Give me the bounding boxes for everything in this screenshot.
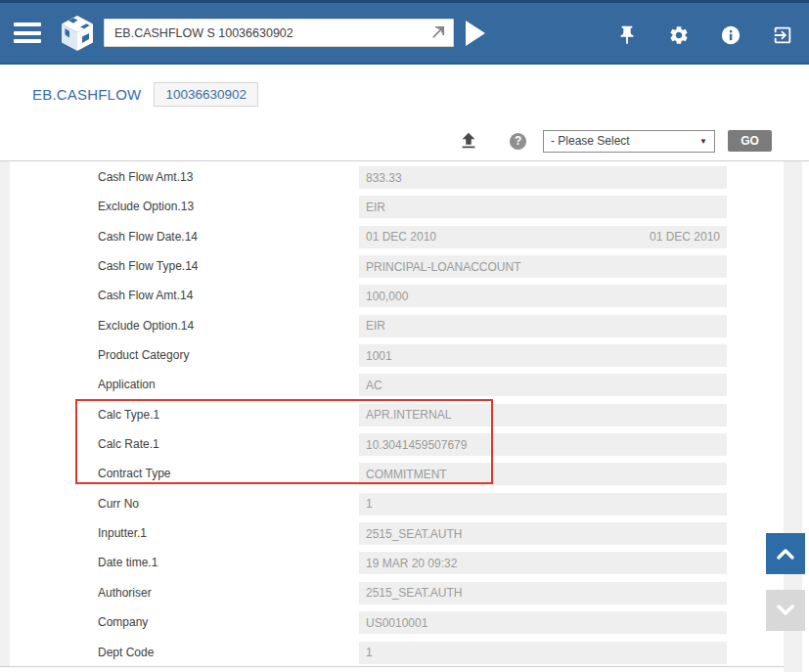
field-value-cell: AC — [359, 374, 727, 396]
field-label: Cash Flow Amt.13 — [98, 166, 193, 189]
record-id-tab[interactable]: 10036630902 — [154, 82, 258, 107]
field-value-cell: 2515_SEAT.AUTH — [359, 582, 727, 605]
field-value: 1001 — [366, 349, 392, 363]
field-value-cell: 19 MAR 20 09:32 — [359, 552, 727, 574]
field-label: Company — [98, 611, 148, 634]
field-value-cell: 10.3041459507679 — [359, 433, 727, 456]
field-row: Dept Code 1 — [0, 642, 784, 664]
breadcrumb: EB.CASHFLOW 10036630902 — [32, 82, 258, 107]
field-row: Contract Type COMMITMENT — [0, 463, 784, 485]
field-value-cell: 01 DEC 2010 01 DEC 2010 — [359, 226, 727, 248]
chevron-down-icon: ▼ — [699, 137, 707, 146]
field-value-cell: EIR — [359, 315, 727, 337]
run-command-button[interactable] — [466, 21, 485, 46]
field-value: 2515_SEAT.AUTH — [366, 586, 463, 600]
field-row: Cash Flow Type.14 PRINCIPAL-LOANACCOUNT — [0, 255, 784, 278]
field-row: Exclude Option.13 EIR — [0, 196, 784, 218]
field-value-cell: 1 — [359, 642, 727, 664]
field-label: Product Category — [98, 344, 189, 367]
action-select[interactable]: - Please Select ▼ — [543, 130, 715, 153]
field-value-cell: 1001 — [359, 344, 727, 367]
field-label: Calc Rate.1 — [98, 433, 159, 456]
field-value-cell: US0010001 — [359, 611, 727, 634]
field-row: Calc Rate.1 10.3041459507679 — [0, 433, 784, 456]
field-label: Contract Type — [98, 463, 170, 485]
field-row: Date time.1 19 MAR 20 09:32 — [0, 552, 784, 574]
field-value-cell: 2515_SEAT.AUTH — [359, 522, 727, 545]
field-label: Application — [98, 374, 156, 396]
command-input[interactable] — [104, 19, 454, 47]
logout-icon[interactable] — [772, 24, 793, 46]
field-value: EIR — [366, 319, 385, 333]
globe-cube-logo-icon — [61, 15, 94, 52]
gear-icon[interactable] — [668, 24, 690, 46]
chevron-up-icon — [777, 548, 794, 560]
svg-text:?: ? — [515, 134, 521, 148]
pushpin-icon[interactable] — [616, 24, 638, 46]
scroll-down-button[interactable] — [766, 590, 805, 631]
field-row: Exclude Option.14 EIR — [0, 315, 784, 337]
field-value: PRINCIPAL-LOANACCOUNT — [366, 260, 520, 274]
field-value: US0010001 — [366, 616, 427, 630]
action-select-value: - Please Select — [551, 134, 630, 148]
field-row: Cash Flow Amt.14 100,000 — [0, 285, 784, 307]
chevron-down-icon — [777, 605, 794, 616]
field-value: APR.INTERNAL — [366, 408, 451, 422]
field-value-cell: APR.INTERNAL — [359, 404, 727, 426]
header-action-icons — [616, 3, 793, 67]
field-value-cell: EIR — [359, 196, 727, 218]
panel-top-border — [0, 160, 809, 161]
field-value-cell: PRINCIPAL-LOANACCOUNT — [359, 255, 727, 278]
field-row: Cash Flow Date.14 01 DEC 2010 01 DEC 201… — [0, 226, 784, 248]
field-label: Cash Flow Type.14 — [98, 255, 199, 278]
field-label: Date time.1 — [98, 552, 157, 574]
field-label: Authoriser — [98, 582, 152, 605]
top-header-bar — [0, 0, 809, 65]
hamburger-menu-icon[interactable] — [14, 22, 41, 43]
field-row: Curr No 1 — [0, 493, 784, 515]
field-value: 19 MAR 20 09:32 — [366, 557, 457, 570]
field-value-cell: 833.33 — [359, 166, 727, 189]
field-label: Calc Type.1 — [98, 404, 159, 426]
field-value: AC — [366, 379, 382, 392]
field-label: Inputter.1 — [98, 522, 147, 545]
upload-icon[interactable] — [458, 130, 479, 152]
field-row: Cash Flow Amt.13 833.33 — [0, 166, 784, 189]
help-icon[interactable]: ? — [509, 132, 527, 151]
field-label: Cash Flow Amt.14 — [98, 285, 193, 307]
field-value: 833.33 — [366, 171, 402, 185]
field-value: 1 — [366, 497, 373, 511]
field-value-cell: 1 — [359, 493, 727, 515]
info-icon[interactable] — [720, 24, 742, 46]
go-button[interactable]: GO — [728, 130, 772, 152]
record-toolbar: ? - Please Select ▼ GO — [458, 128, 772, 154]
field-value: 100,000 — [366, 290, 408, 303]
field-row: Application AC — [0, 374, 784, 396]
scroll-up-button[interactable] — [766, 533, 805, 574]
field-value-cell: 100,000 — [359, 285, 727, 307]
application-name: EB.CASHFLOW — [32, 86, 141, 103]
field-label: Dept Code — [98, 642, 154, 664]
field-label: Cash Flow Date.14 — [98, 226, 198, 248]
field-label: Exclude Option.13 — [98, 196, 194, 218]
field-row: Inputter.1 2515_SEAT.AUTH — [0, 522, 784, 545]
command-search-box — [104, 19, 454, 47]
field-row: Product Category 1001 — [0, 344, 784, 367]
field-table: Cash Flow Amt.13 833.33 Exclude Option.1… — [0, 166, 784, 671]
field-value-right: 01 DEC 2010 — [650, 230, 720, 244]
field-value: 10.3041459507679 — [366, 438, 467, 452]
field-value: COMMITMENT — [366, 468, 447, 481]
field-label: Curr No — [98, 493, 139, 515]
field-row: Authoriser 2515_SEAT.AUTH — [0, 582, 784, 605]
field-value: 01 DEC 2010 — [366, 230, 436, 244]
open-in-window-icon[interactable] — [429, 23, 447, 41]
field-value: 2515_SEAT.AUTH — [366, 527, 463, 541]
field-label: Exclude Option.14 — [98, 315, 194, 337]
field-row: Calc Type.1 APR.INTERNAL — [0, 404, 784, 426]
field-row: Company US0010001 — [0, 611, 784, 634]
field-value-cell: COMMITMENT — [359, 463, 727, 485]
field-value: 1 — [366, 646, 373, 659]
field-value: EIR — [366, 201, 385, 214]
